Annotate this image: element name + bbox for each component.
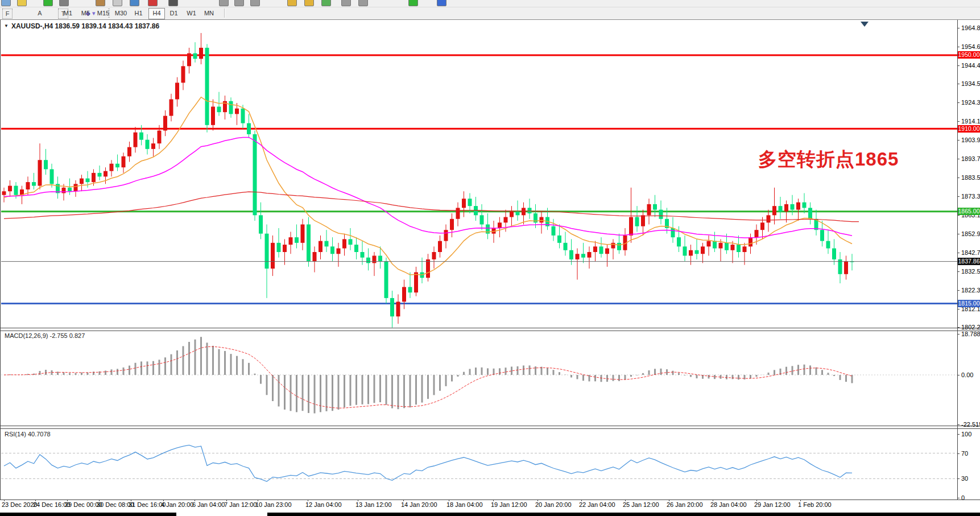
time-tick-mark bbox=[258, 500, 258, 501]
price-tick: 1903.90 bbox=[961, 137, 980, 143]
axis-tick-mark bbox=[957, 121, 960, 122]
axis-tick-mark bbox=[957, 327, 960, 328]
axis-tick-mark bbox=[957, 424, 960, 425]
time-tick-mark bbox=[581, 500, 582, 501]
time-tick-label: 10 Jan 23:00 bbox=[255, 501, 292, 508]
price-tick: 1944.40 bbox=[961, 62, 980, 69]
time-tick-label: 20 Jan 20:00 bbox=[535, 501, 572, 508]
rsi-label: RSI(14) 40.7078 bbox=[5, 431, 51, 437]
level-badge-1910.00[interactable]: 1910.00 bbox=[958, 125, 980, 133]
rsi-tick: 0 bbox=[961, 494, 965, 501]
time-tick-mark bbox=[625, 500, 626, 501]
time-tick-label: 4 Jan 20:00 bbox=[161, 501, 194, 508]
time-tick-label: 31 Dec 16:00 bbox=[129, 501, 166, 508]
price-tick: 1873.30 bbox=[961, 193, 980, 200]
price-tick: 1934.50 bbox=[961, 80, 980, 87]
level-badge-1950.00[interactable]: 1950.00 bbox=[958, 51, 980, 59]
level-badge-1865.00[interactable]: 1865.00 bbox=[958, 208, 980, 215]
bottom-strip-left bbox=[0, 513, 176, 516]
rsi-tick: 70 bbox=[961, 450, 968, 457]
price-tick: 1832.50 bbox=[961, 268, 980, 275]
time-tick-mark bbox=[131, 500, 131, 501]
time-tick-mark bbox=[195, 500, 195, 501]
axis-tick-mark bbox=[957, 102, 960, 103]
time-tick-mark bbox=[67, 500, 68, 501]
price-tick: 1852.90 bbox=[961, 230, 980, 237]
time-tick-mark bbox=[226, 500, 227, 501]
time-tick-label: 12 Jan 04:00 bbox=[305, 501, 342, 508]
bottom-strip-right bbox=[267, 513, 980, 516]
axis-tick-mark bbox=[957, 140, 960, 141]
macd-rsi-splitter[interactable] bbox=[0, 426, 980, 429]
scroll-position-marker[interactable] bbox=[861, 22, 869, 27]
time-tick-label: 22 Jan 04:00 bbox=[579, 501, 615, 508]
chart-title: ▼XAUUSD-,H4 1836.59 1839.14 1834.43 1837… bbox=[4, 22, 159, 30]
time-tick-mark bbox=[308, 500, 308, 501]
current-price-badge[interactable]: 1837.86 bbox=[958, 258, 980, 265]
time-tick-mark bbox=[669, 500, 669, 501]
price-tick: 1842.70 bbox=[961, 249, 980, 256]
time-tick-label: 19 Jan 12:00 bbox=[491, 501, 527, 508]
time-tick-label: 14 Jan 20:00 bbox=[401, 501, 437, 508]
time-tick-mark bbox=[537, 500, 538, 501]
axis-tick-mark bbox=[957, 177, 960, 178]
time-tick-mark bbox=[163, 500, 164, 501]
chevron-down-icon[interactable]: ▼ bbox=[4, 23, 9, 28]
axis-tick-mark bbox=[957, 453, 960, 454]
axis-tick-mark bbox=[957, 65, 960, 66]
time-tick-mark bbox=[449, 500, 449, 501]
time-tick-label: 25 Jan 12:00 bbox=[623, 501, 659, 508]
macd-label: MACD(12,26,9) -2.755 0.827 bbox=[5, 332, 85, 339]
time-tick-label: 6 Jan 04:00 bbox=[192, 501, 225, 508]
time-tick-mark bbox=[358, 500, 358, 501]
price-tick: 1883.50 bbox=[961, 174, 980, 181]
time-tick-label: 13 Jan 12:00 bbox=[355, 501, 392, 508]
axis-tick-mark bbox=[957, 234, 960, 234]
time-tick-label: 26 Jan 20:00 bbox=[667, 501, 703, 508]
time-tick-mark bbox=[35, 500, 36, 501]
axis-tick-mark bbox=[957, 498, 960, 498]
level-badge-1815.00[interactable]: 1815.00 bbox=[958, 300, 980, 307]
terminal-window: FAT◆ ▾M1M5M15M30H1H4D1W1MN ▼XAUUSD-,H4 1… bbox=[0, 0, 980, 516]
price-tick: 1802.20 bbox=[961, 324, 980, 331]
macd-tick: 0.00 bbox=[961, 371, 973, 378]
macd-tick: 18.788 bbox=[961, 331, 980, 337]
time-tick-mark bbox=[756, 500, 757, 501]
macd-tick: -22.515 bbox=[961, 421, 980, 428]
time-tick-mark bbox=[493, 500, 494, 501]
time-tick-label: 23 Dec 2020 bbox=[2, 501, 37, 508]
time-tick-mark bbox=[713, 500, 713, 501]
time-tick-label: 18 Jan 04:00 bbox=[446, 501, 483, 508]
axis-tick-mark bbox=[957, 478, 960, 479]
axis-tick-mark bbox=[957, 375, 960, 375]
price-tick: 1914.10 bbox=[961, 118, 980, 125]
axis-tick-mark bbox=[957, 84, 960, 84]
time-tick-mark bbox=[99, 500, 100, 501]
price-tick: 1893.70 bbox=[961, 155, 980, 162]
chart-canvas[interactable] bbox=[0, 0, 980, 516]
price-tick: 1954.60 bbox=[961, 43, 980, 50]
main-macd-splitter[interactable] bbox=[0, 328, 980, 331]
time-tick-label: 7 Jan 12:00 bbox=[224, 501, 257, 508]
axis-tick-mark bbox=[957, 196, 960, 197]
price-tick: 1964.80 bbox=[961, 24, 980, 31]
axis-tick-mark bbox=[957, 47, 960, 47]
chart-annotation-text: 多空转折点1865 bbox=[758, 147, 899, 172]
rsi-tick: 30 bbox=[961, 475, 968, 482]
axis-tick-mark bbox=[957, 434, 960, 435]
time-tick-mark bbox=[800, 500, 801, 501]
axis-tick-mark bbox=[957, 253, 960, 253]
price-tick: 1822.30 bbox=[961, 287, 980, 294]
time-tick-label: 1 Feb 20:00 bbox=[798, 501, 832, 508]
axis-tick-mark bbox=[957, 271, 960, 272]
time-tick-mark bbox=[4, 500, 5, 501]
axis-tick-mark bbox=[957, 309, 960, 309]
axis-tick-mark bbox=[957, 290, 960, 291]
chart-title-text: XAUUSD-,H4 1836.59 1839.14 1834.43 1837.… bbox=[11, 22, 159, 30]
time-tick-label: 28 Jan 04:00 bbox=[710, 501, 747, 508]
price-tick: 1924.30 bbox=[961, 99, 980, 106]
axis-tick-mark bbox=[957, 334, 960, 335]
axis-tick-mark bbox=[957, 159, 960, 159]
chart-left-border bbox=[0, 20, 1, 500]
time-axis-line bbox=[0, 500, 980, 500]
